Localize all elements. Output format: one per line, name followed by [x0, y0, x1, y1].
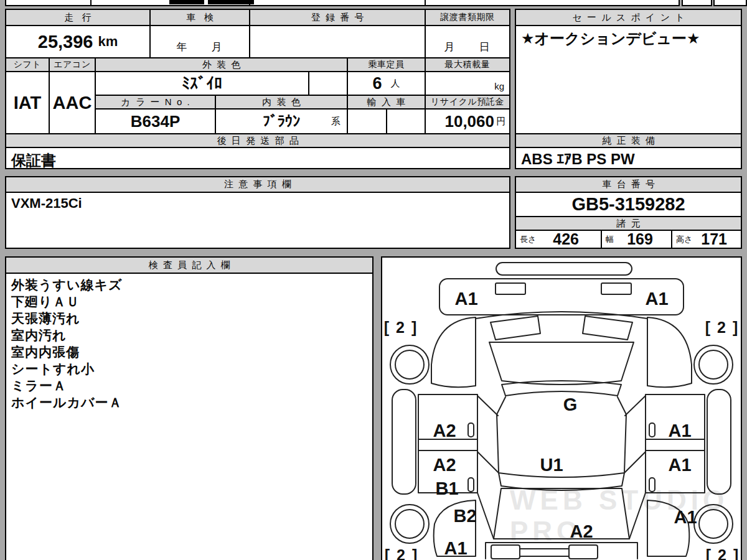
import-value-cell	[347, 108, 386, 133]
recycle-deposit-header: リサイクル預託金	[425, 95, 509, 108]
top-cutoff-cell	[713, 0, 747, 6]
registration-header: 登録番号	[249, 10, 425, 25]
caution-notes-value: VXM-215Ci	[6, 192, 509, 248]
damage-code-label: A1	[454, 289, 477, 309]
rocker-right	[707, 390, 731, 494]
inspector-notes-panel: 検査員記入欄 外装うすい線キズ下廻りＡＵ天張薄汚れ室内汚れ室内内張傷シートすれ小…	[5, 256, 374, 560]
caution-notes-panel: 注意事項欄 VXM-215Ci	[5, 176, 510, 249]
wheel-rear-left-inner	[395, 510, 424, 538]
rear-bumper-lines	[520, 549, 569, 556]
genuine-equipment-value: ABS ｴｱB PS PW	[516, 147, 741, 168]
later-parts-header: 後日発送部品	[6, 133, 509, 147]
inspector-notes-header: 検査員記入欄	[6, 258, 372, 273]
shift-value: IAT	[6, 71, 49, 133]
inspector-note: 外装うすい線キズ	[11, 276, 367, 293]
inspector-note: 下廻りＡＵ	[11, 293, 367, 310]
exterior-color-extra-cell	[308, 71, 347, 95]
car-diagram-panel: WEB STUDIO PRO	[381, 256, 742, 560]
interior-color-header: 内装色	[215, 95, 347, 108]
mileage-value: 25,396 km	[6, 25, 149, 57]
exterior-color-value: ﾐｽﾞｲﾛ	[95, 71, 308, 95]
damage-labels: A1A1[ 2 ][ 2 ]GA2A1A2U1A1B1B2A1A2A1[ 2 ]…	[384, 289, 740, 560]
damage-code-label: B1	[435, 478, 458, 498]
a-pillars	[497, 397, 626, 414]
width-label: 幅	[606, 234, 614, 245]
import-header: 輸入車	[347, 95, 425, 108]
b-pillar-left	[418, 439, 477, 450]
genuine-equipment-header: 純正装備	[516, 133, 741, 147]
shaken-value: 年 月	[149, 25, 249, 57]
damage-code-label: A1	[668, 455, 691, 475]
auction-sheet: { "colors": {"page_bg":"#a8a8a8","header…	[0, 0, 747, 560]
damage-code-label: A2	[570, 521, 593, 541]
inspector-note: 室内汚れ	[11, 327, 367, 343]
rear-hatch	[494, 488, 629, 539]
inspector-note: 天張薄汚れ	[11, 310, 367, 327]
headlight-right	[583, 316, 632, 340]
damage-code-label: A1	[444, 538, 467, 558]
wheel-rear-right-inner	[699, 510, 728, 538]
chassis-number-value: GB5-3159282	[516, 192, 741, 216]
inspector-notes-list: 外装うすい線キズ下廻りＡＵ天張薄汚れ室内汚れ室内内張傷シートすれ小ミラーＡホイー…	[6, 273, 372, 559]
sales-point-value: ★オークションデビュー★	[516, 25, 741, 133]
main-info-table: 走行 車検 登録番号 譲渡書類期限 25,396 km 年 月 月 日 シフト …	[5, 9, 510, 169]
capacity-value: 6 人	[347, 71, 425, 95]
mileage-unit: km	[98, 34, 118, 50]
door-handle	[468, 423, 474, 437]
spec-width-cell: 幅 169	[601, 230, 671, 248]
windshield-band	[502, 381, 621, 396]
wheel-front-left	[390, 345, 429, 384]
mileage-header: 走行	[6, 10, 149, 25]
aircon-header: エアコン	[49, 57, 95, 71]
interior-color-name: ﾌﾞﾗｳﾝ	[263, 113, 300, 130]
width-value: 169	[618, 230, 671, 248]
mileage-number: 25,396	[38, 32, 93, 52]
sales-point-panel: セールスポイント ★オークションデビュー★ 純正装備 ABS ｴｱB PS PW	[515, 9, 742, 169]
exterior-color-header: 外装色	[95, 57, 347, 71]
chassis-panel: 車台番号 GB5-3159282 諸元 長さ 426 幅 169 高さ 171	[515, 176, 742, 249]
wheel-front-right	[694, 345, 733, 384]
damage-code-label: B2	[453, 506, 476, 526]
top-cutoff-cell	[425, 0, 680, 6]
top-cutoff-cell	[249, 0, 426, 6]
registration-value	[249, 25, 425, 57]
recycle-deposit-value: 10,060 円	[425, 108, 509, 133]
damage-code-label: A1	[645, 289, 668, 309]
door-handle	[649, 423, 655, 437]
transfer-docs-header: 譲渡書類期限	[425, 10, 509, 25]
spec-height-cell: 高さ 171	[671, 230, 741, 248]
front-fender-left	[431, 317, 476, 387]
wheel-front-left-inner	[395, 350, 424, 379]
wheel-rear-right	[694, 505, 733, 543]
car-diagram: A1A1[ 2 ][ 2 ]GA2A1A2U1A1B1B2A1A2A1[ 2 ]…	[382, 258, 741, 560]
color-no-value: B634P	[95, 108, 215, 133]
fold-lines-left	[477, 396, 499, 539]
top-cutoff-text-fragment	[169, 0, 204, 4]
tail-light-right	[569, 545, 598, 559]
shaken-header: 車検	[149, 10, 249, 25]
headlight-left	[491, 316, 540, 340]
import-value-cell	[386, 108, 425, 133]
grille-left	[496, 283, 525, 294]
later-parts-value: 保証書	[6, 147, 509, 168]
damage-code-label: A1	[674, 507, 697, 527]
top-cutoff-cell	[682, 0, 712, 6]
capacity-number: 6	[372, 74, 382, 93]
inspector-note: 室内内張傷	[11, 343, 367, 360]
tire-depth-label: [ 2 ]	[385, 546, 418, 560]
wheel-rear-left	[390, 505, 429, 543]
front-plate-bar	[496, 263, 632, 275]
wheel-front-right-inner	[699, 350, 728, 379]
capacity-unit: 人	[391, 78, 400, 90]
shift-header: シフト	[6, 57, 49, 71]
damage-code-label: G	[563, 394, 578, 414]
tire-depth-label: [ 2 ]	[384, 319, 418, 336]
fold-lines-right	[624, 396, 646, 539]
inspector-note: ホイールカバーＡ	[11, 394, 367, 411]
capacity-header: 乗車定員	[347, 57, 425, 71]
damage-code-label: A1	[668, 421, 691, 441]
rear-window-band	[499, 473, 624, 490]
length-label: 長さ	[520, 234, 536, 245]
color-no-header: カラーNo.	[95, 95, 215, 108]
recycle-number: 10,060	[444, 112, 494, 131]
